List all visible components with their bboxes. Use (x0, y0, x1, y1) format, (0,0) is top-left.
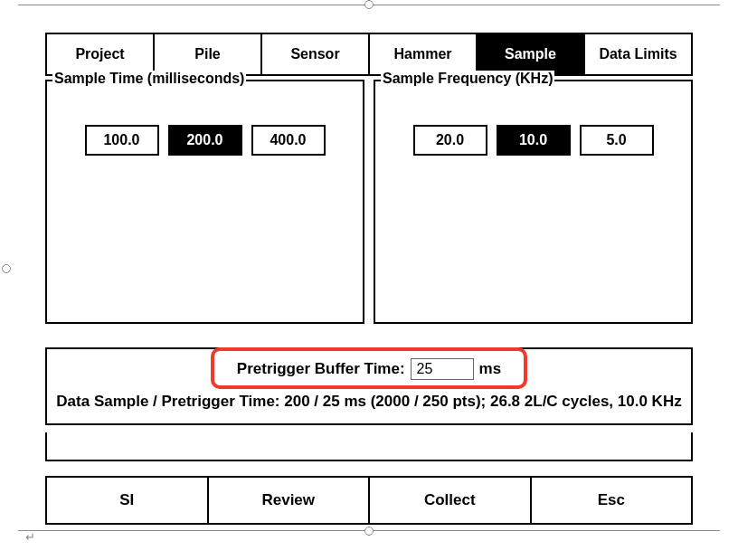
spacer-box (45, 432, 693, 461)
sample-freq-group: Sample Frequency (KHz) 20.0 10.0 5.0 (374, 80, 693, 324)
pretrigger-label: Pretrigger Buffer Time: (237, 360, 405, 378)
tab-data-limits[interactable]: Data Limits (583, 33, 693, 76)
sample-freq-option-5[interactable]: 5.0 (580, 125, 654, 156)
resize-handle-left (2, 264, 11, 273)
pretrigger-input[interactable] (411, 358, 474, 380)
sample-freq-option-20[interactable]: 20.0 (413, 125, 487, 156)
sample-freq-label: Sample Frequency (KHz) (381, 71, 554, 87)
top-tabs: Project Pile Sensor Hammer Sample Data L… (45, 33, 693, 76)
tab-project[interactable]: Project (45, 33, 153, 76)
pretrigger-unit: ms (479, 360, 502, 378)
sample-time-option-400[interactable]: 400.0 (251, 125, 326, 156)
sample-settings-panel: Project Pile Sensor Hammer Sample Data L… (45, 33, 693, 525)
pretrigger-row: Pretrigger Buffer Time: ms (54, 358, 684, 380)
sample-freq-option-10[interactable]: 10.0 (497, 125, 571, 156)
paragraph-mark-icon: ↵ (25, 530, 35, 544)
review-button[interactable]: Review (207, 476, 369, 525)
collect-button[interactable]: Collect (368, 476, 530, 525)
sample-time-label: Sample Time (milliseconds) (52, 71, 246, 87)
resize-handle-top (364, 0, 374, 9)
sample-time-group: Sample Time (milliseconds) 100.0 200.0 4… (45, 80, 364, 324)
sample-time-option-100[interactable]: 100.0 (85, 125, 159, 156)
esc-button[interactable]: Esc (530, 476, 694, 525)
bottom-button-bar: SI Review Collect Esc (45, 476, 693, 525)
si-button[interactable]: SI (45, 476, 207, 525)
resize-handle-bottom (364, 527, 374, 536)
tab-sample[interactable]: Sample (476, 33, 583, 76)
tab-hammer[interactable]: Hammer (368, 33, 476, 76)
tab-pile[interactable]: Pile (153, 33, 260, 76)
tab-sensor[interactable]: Sensor (260, 33, 368, 76)
sample-time-option-200[interactable]: 200.0 (168, 125, 242, 156)
info-box: Pretrigger Buffer Time: ms Data Sample /… (45, 347, 693, 425)
data-sample-summary: Data Sample / Pretrigger Time: 200 / 25 … (54, 393, 684, 411)
